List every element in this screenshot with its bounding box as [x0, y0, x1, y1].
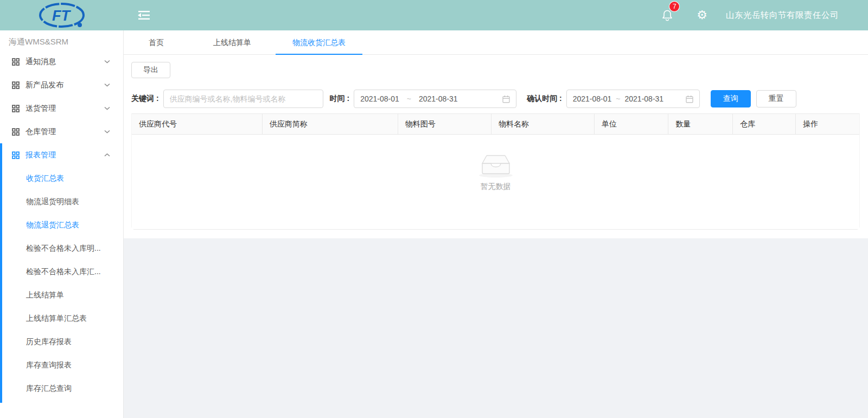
sidebar-item-warehouse[interactable]: 仓库管理 — [0, 120, 123, 143]
sidebar-sub-receipt-summary[interactable]: 收货汇总表 — [0, 167, 123, 190]
toolbar: 导出 — [124, 55, 868, 78]
chevron-down-icon — [104, 60, 110, 64]
keyword-label: 关键词 : — [131, 94, 159, 104]
time-end-value: 2021-08-31 — [419, 94, 458, 103]
appstore-icon — [12, 58, 20, 66]
submenu-label: 库存查询报表 — [26, 360, 72, 370]
sidebar-sub-inventory-summary-query[interactable]: 库存汇总查询 — [0, 377, 123, 400]
sidebar-sub-inspection-fail-summary[interactable]: 检验不合格未入库汇... — [0, 260, 123, 283]
menu-fold-icon[interactable] — [137, 10, 151, 21]
content-card: 首页 上线结算单 物流收货汇总表 导出 关键词 : 时间 : 2021-08-0… — [124, 30, 868, 238]
active-section-indicator — [0, 143, 2, 403]
time-range-picker[interactable]: 2021-08-01 ~ 2021-08-31 — [354, 90, 516, 108]
results-table: 供应商代号 供应商简称 物料图号 物料名称 单位 数量 仓库 操作 — [131, 113, 860, 230]
column-header-warehouse: 仓库 — [733, 114, 796, 135]
empty-state: 暂无数据 — [132, 135, 859, 229]
range-separator: ~ — [616, 94, 620, 103]
sidebar-item-notifications[interactable]: 通知消息 — [0, 50, 123, 73]
column-header-material-name: 物料名称 — [491, 114, 594, 135]
app-window: FT 7 ⚙ 山东光岳转向节有限责任公司 海通WMS&SRM — [0, 0, 868, 418]
time-label: 时间 : — [330, 94, 350, 104]
notification-badge: 7 — [669, 2, 679, 11]
table-header-row: 供应商代号 供应商简称 物料图号 物料名称 单位 数量 仓库 操作 — [132, 114, 859, 135]
sidebar-item-reports[interactable]: 报表管理 — [0, 143, 123, 167]
sidebar-sub-online-settlement-summary[interactable]: 上线结算单汇总表 — [0, 307, 123, 330]
svg-text:FT: FT — [52, 8, 71, 24]
sidebar-item-label: 送货管理 — [25, 104, 104, 113]
confirm-time-label: 确认时间 : — [527, 94, 562, 104]
appstore-icon — [12, 105, 20, 112]
company-name: 山东光岳转向节有限责任公司 — [726, 10, 839, 21]
range-separator: ~ — [407, 94, 411, 103]
tab-home[interactable]: 首页 — [124, 30, 189, 55]
chevron-down-icon — [104, 130, 110, 134]
search-button[interactable]: 查询 — [711, 90, 751, 107]
submenu-label: 收货汇总表 — [26, 174, 64, 183]
calendar-icon — [502, 95, 510, 103]
submenu-label: 检验不合格未入库汇... — [26, 267, 101, 277]
submenu-label: 历史库存报表 — [26, 337, 72, 347]
column-header-unit: 单位 — [595, 114, 668, 135]
top-header: FT 7 ⚙ 山东光岳转向节有限责任公司 — [0, 0, 868, 30]
sidebar-sub-inventory-query-report[interactable]: 库存查询报表 — [0, 353, 123, 377]
sidebar-item-label: 仓库管理 — [25, 127, 104, 137]
submenu-label: 物流退货汇总表 — [26, 220, 79, 230]
time-start-value: 2021-08-01 — [360, 94, 399, 103]
sidebar-item-new-product[interactable]: 新产品发布 — [0, 73, 123, 97]
chevron-down-icon — [104, 83, 110, 87]
sidebar: 海通WMS&SRM 通知消息 新产品发布 送货管理 仓库管理 报表管理 收货汇总… — [0, 30, 124, 418]
export-button[interactable]: 导出 — [131, 62, 170, 78]
main-area: 首页 上线结算单 物流收货汇总表 导出 关键词 : 时间 : 2021-08-0… — [124, 30, 868, 418]
sidebar-item-label: 新产品发布 — [25, 80, 104, 90]
sidebar-item-label: 通知消息 — [25, 57, 104, 67]
chevron-up-icon — [104, 153, 110, 157]
settings-gear-icon[interactable]: ⚙ — [697, 9, 707, 21]
sidebar-sub-inspection-fail-detail[interactable]: 检验不合格未入库明... — [0, 237, 123, 260]
calendar-icon — [686, 95, 693, 103]
logo-icon: FT — [29, 2, 95, 29]
keyword-input[interactable] — [163, 90, 323, 108]
column-header-supplier-short-name: 供应商简称 — [262, 114, 398, 135]
column-header-quantity: 数量 — [668, 114, 733, 135]
submenu-label: 上线结算单汇总表 — [26, 314, 87, 324]
sidebar-sub-logistics-return-detail[interactable]: 物流退货明细表 — [0, 190, 123, 213]
column-header-actions: 操作 — [796, 114, 859, 135]
sidebar-sub-logistics-return-summary[interactable]: 物流退货汇总表 — [0, 213, 123, 237]
submenu-label: 库存汇总查询 — [26, 384, 72, 394]
appstore-icon — [12, 128, 20, 136]
sidebar-item-delivery[interactable]: 送货管理 — [0, 97, 123, 120]
column-header-supplier-code: 供应商代号 — [132, 114, 262, 135]
empty-box-icon — [478, 152, 514, 178]
reset-button[interactable]: 重置 — [756, 90, 796, 107]
tab-online-settlement[interactable]: 上线结算单 — [189, 30, 276, 55]
notifications-bell[interactable]: 7 — [661, 8, 674, 22]
filter-bar: 关键词 : 时间 : 2021-08-01 ~ 2021-08-31 确认时间 … — [131, 90, 860, 108]
company-logo: FT — [29, 2, 95, 29]
tab-bar: 首页 上线结算单 物流收货汇总表 — [124, 30, 868, 55]
sidebar-sub-online-settlement[interactable]: 上线结算单 — [0, 283, 123, 307]
brand-title: 海通WMS&SRM — [0, 30, 123, 50]
appstore-icon — [12, 151, 20, 159]
submenu-label: 物流退货明细表 — [26, 197, 79, 207]
chevron-down-icon — [104, 106, 110, 110]
confirm-time-range-picker[interactable]: 2021-08-01 ~ 2021-08-31 — [566, 90, 700, 108]
tab-logistics-receipt-summary[interactable]: 物流收货汇总表 — [276, 30, 362, 55]
sidebar-sub-history-inventory-report[interactable]: 历史库存报表 — [0, 330, 123, 353]
confirm-start-value: 2021-08-01 — [573, 94, 612, 103]
confirm-end-value: 2021-08-31 — [625, 94, 664, 103]
submenu-label: 检验不合格未入库明... — [26, 244, 101, 254]
sidebar-item-label: 报表管理 — [25, 150, 104, 160]
column-header-material-drawing-no: 物料图号 — [398, 114, 491, 135]
header-actions: 7 ⚙ 山东光岳转向节有限责任公司 — [661, 0, 839, 30]
empty-text: 暂无数据 — [481, 182, 511, 192]
appstore-icon — [12, 81, 20, 89]
submenu-label: 上线结算单 — [26, 290, 64, 300]
